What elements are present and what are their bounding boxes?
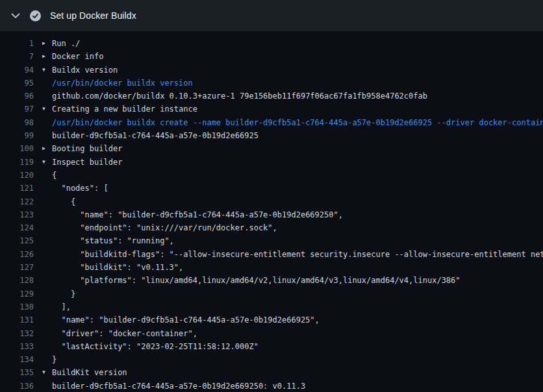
log-text: "buildkit": "v0.11.3", — [52, 263, 183, 272]
log-line: 1▶Run ./ — [0, 37, 543, 50]
collapse-arrow-icon[interactable]: ▼ — [42, 366, 45, 379]
log-text: builder-d9cfb5a1-c764-445a-a57e-0b19d2e6… — [34, 129, 543, 142]
log-line: 119▼Inspect builder — [0, 156, 543, 169]
check-circle-icon — [30, 10, 41, 21]
log-text: { — [34, 195, 543, 208]
log-line: 125 "status": "running", — [0, 234, 543, 247]
log-line: 124 "endpoint": "unix:///var/run/docker.… — [0, 221, 543, 234]
log-group-header[interactable]: ▼Creating a new builder instance — [34, 103, 543, 116]
log-group-header[interactable]: ▶Booting builder — [34, 142, 543, 155]
log-line: 130 ], — [0, 300, 543, 313]
log-group-header[interactable]: ▶Run ./ — [34, 37, 543, 50]
line-number[interactable]: 125 — [0, 234, 34, 247]
log-line: 134} — [0, 353, 543, 366]
line-number[interactable]: 119 — [0, 156, 34, 169]
log-text: "name": "builder-d9cfb5a1-c764-445a-a57e… — [34, 313, 543, 326]
log-line: 96github.com/docker/buildx 0.10.3+azure-… — [0, 90, 543, 103]
line-number[interactable]: 127 — [0, 261, 34, 274]
log-line: 133 "lastActivity": "2023-02-25T11:58:12… — [0, 340, 543, 353]
expand-arrow-icon[interactable]: ▶ — [42, 142, 45, 155]
line-number[interactable]: 126 — [0, 248, 34, 261]
log-text: } — [34, 288, 543, 300]
log-text: } — [52, 289, 75, 299]
expand-arrow-icon[interactable]: ▶ — [42, 50, 45, 63]
line-number[interactable]: 97 — [0, 103, 34, 116]
log-text: "lastActivity": "2023-02-25T11:58:12.000… — [34, 340, 543, 353]
log-text: "endpoint": "unix:///var/run/docker.sock… — [52, 223, 277, 232]
log-text: "status": "running", — [52, 236, 174, 245]
log-line: 95/usr/bin/docker buildx version — [0, 77, 543, 90]
log-text: BuildKit version — [52, 368, 127, 377]
line-number[interactable]: 99 — [0, 129, 34, 142]
line-number[interactable]: 94 — [0, 64, 34, 77]
log-text: /usr/bin/docker buildx create --name bui… — [52, 118, 543, 127]
log-text: "endpoint": "unix:///var/run/docker.sock… — [34, 221, 543, 234]
log-line: 122 { — [0, 195, 543, 208]
line-number[interactable]: 7 — [0, 50, 34, 63]
log-text: "buildkitd-flags": "--allow-insecure-ent… — [34, 248, 543, 261]
log-group-header[interactable]: ▼BuildKit version — [34, 366, 543, 379]
log-group-header[interactable]: ▶Docker info — [34, 50, 543, 63]
collapse-arrow-icon[interactable]: ▼ — [42, 103, 45, 116]
line-number[interactable]: 96 — [0, 90, 34, 103]
log-line: 129 } — [0, 288, 543, 300]
step-header[interactable]: Set up Docker Buildx — [0, 0, 543, 31]
line-number[interactable]: 129 — [0, 288, 34, 300]
log-text: { — [52, 197, 75, 206]
line-number[interactable]: 95 — [0, 77, 34, 90]
line-number[interactable]: 124 — [0, 221, 34, 234]
log-text: github.com/docker/buildx 0.10.3+azure-1 … — [34, 90, 543, 103]
collapse-arrow-icon[interactable]: ▼ — [42, 64, 45, 77]
line-number[interactable]: 100 — [0, 142, 34, 155]
log-text: "buildkit": "v0.11.3", — [34, 261, 543, 274]
log-line: 123 "name": "builder-d9cfb5a1-c764-445a-… — [0, 208, 543, 221]
log-text: Booting builder — [52, 144, 122, 153]
log-text: "status": "running", — [34, 234, 543, 247]
log-text: ], — [52, 302, 71, 312]
line-number[interactable]: 132 — [0, 327, 34, 340]
log-text: "name": "builder-d9cfb5a1-c764-445a-a57e… — [52, 315, 320, 325]
log-text: } — [34, 353, 543, 366]
log-group-header[interactable]: ▼Buildx version — [34, 64, 543, 77]
log-line: 126 "buildkitd-flags": "--allow-insecure… — [0, 248, 543, 261]
log-text: { — [34, 169, 543, 182]
collapse-arrow-icon[interactable]: ▼ — [42, 156, 45, 169]
log-text: Run ./ — [52, 39, 80, 48]
log-text: { — [52, 171, 57, 180]
line-number[interactable]: 122 — [0, 195, 34, 208]
log-line: 99builder-d9cfb5a1-c764-445a-a57e-0b19d2… — [0, 129, 543, 142]
line-number[interactable]: 128 — [0, 274, 34, 287]
log-text: "platforms": "linux/amd64,linux/amd64/v2… — [34, 274, 543, 287]
log-text: Buildx version — [52, 66, 118, 75]
log-line: 120{ — [0, 169, 543, 182]
line-number[interactable]: 98 — [0, 116, 34, 129]
line-number[interactable]: 131 — [0, 313, 34, 326]
line-number[interactable]: 130 — [0, 300, 34, 313]
log-line: 121 "nodes": [ — [0, 182, 543, 195]
log-text: "nodes": [ — [52, 184, 108, 193]
expand-arrow-icon[interactable]: ▶ — [42, 37, 45, 50]
log-group-header[interactable]: ▼Inspect builder — [34, 156, 543, 169]
log-command-text: /usr/bin/docker buildx create --name bui… — [34, 116, 543, 129]
line-number[interactable]: 136 — [0, 380, 34, 392]
log-text: "nodes": [ — [34, 182, 543, 195]
log-command-text: /usr/bin/docker buildx version — [34, 77, 543, 90]
log-line: 136builder-d9cfb5a1-c764-445a-a57e-0b19d… — [0, 380, 543, 392]
log-line: 100▶Booting builder — [0, 142, 543, 155]
log-line: 132 "driver": "docker-container", — [0, 327, 543, 340]
line-number[interactable]: 120 — [0, 169, 34, 182]
log-line: 128 "platforms": "linux/amd64,linux/amd6… — [0, 274, 543, 287]
log-line: 98/usr/bin/docker buildx create --name b… — [0, 116, 543, 129]
log-text: "name": "builder-d9cfb5a1-c764-445a-a57e… — [52, 210, 343, 219]
log-line: 127 "buildkit": "v0.11.3", — [0, 261, 543, 274]
line-number[interactable]: 1 — [0, 37, 34, 50]
line-number[interactable]: 133 — [0, 340, 34, 353]
log-text: "buildkitd-flags": "--allow-insecure-ent… — [52, 250, 543, 259]
chevron-down-icon[interactable] — [10, 10, 21, 21]
log-text: /usr/bin/docker buildx version — [52, 79, 193, 88]
line-number[interactable]: 121 — [0, 182, 34, 195]
line-number[interactable]: 123 — [0, 208, 34, 221]
line-number[interactable]: 135 — [0, 366, 34, 379]
line-number[interactable]: 134 — [0, 353, 34, 366]
log-text: builder-d9cfb5a1-c764-445a-a57e-0b19d2e6… — [52, 382, 305, 391]
